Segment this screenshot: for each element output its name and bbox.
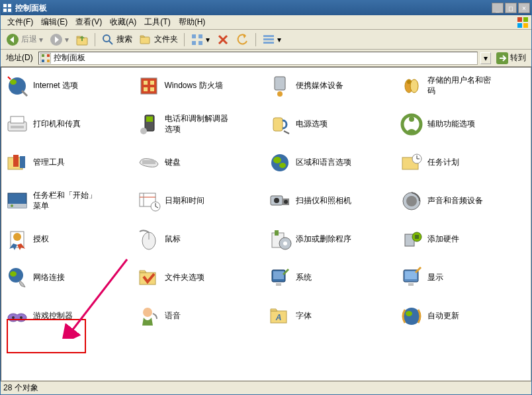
cp-item-icon — [268, 151, 292, 175]
cp-item-label: 字体 — [296, 311, 312, 322]
svg-rect-4 — [8, 9, 11, 12]
svg-rect-8 — [523, 23, 528, 28]
cp-item[interactable]: 打印机和传真 — [4, 111, 134, 138]
cp-item-icon — [137, 189, 161, 213]
cp-item[interactable]: 游戏控制器 — [4, 303, 134, 329]
cp-item-icon — [5, 189, 29, 213]
cp-item[interactable]: 显示 — [398, 265, 529, 291]
cp-item-label: 文件夹选项 — [165, 273, 204, 283]
menu-file[interactable]: 文件(F) — [3, 15, 37, 29]
back-button[interactable]: 后退 ▾ — [3, 32, 46, 48]
cp-item[interactable]: 网络连接 — [4, 265, 134, 291]
svg-rect-98 — [15, 315, 20, 320]
cp-item[interactable]: 便携媒体设备 — [267, 73, 397, 99]
cp-item[interactable]: 添加或删除程序 — [267, 226, 397, 253]
undo-button[interactable] — [234, 32, 252, 48]
cp-item[interactable]: Windows 防火墙 — [136, 73, 266, 99]
icons-button[interactable]: ▾ — [188, 32, 212, 48]
cp-item[interactable]: 自动更新 — [398, 303, 529, 329]
cp-item-label: Internet 选项 — [33, 81, 78, 91]
cp-item-icon — [400, 304, 423, 328]
folder-up-icon — [75, 33, 89, 46]
address-input[interactable]: 控制面板 — [38, 52, 478, 65]
cp-item-label: 任务栏和「开始」菜单 — [33, 191, 99, 211]
delete-button[interactable] — [214, 32, 232, 48]
svg-rect-20 — [263, 38, 274, 40]
cp-item[interactable]: 语音 — [136, 303, 266, 329]
cp-item[interactable]: 存储的用户名和密码 — [398, 73, 529, 99]
items-grid: Internet 选项 Windows 防火墙 便携媒体设备 存储的用户名和密码… — [4, 73, 528, 329]
content-area: Internet 选项 Windows 防火墙 便携媒体设备 存储的用户名和密码… — [1, 67, 531, 381]
cp-item[interactable]: 日期和时间 — [136, 188, 266, 214]
cp-item[interactable]: 扫描仪和照相机 — [267, 188, 397, 214]
svg-rect-83 — [275, 230, 279, 236]
svg-rect-21 — [263, 42, 274, 44]
window-title: 控制面板 — [15, 3, 490, 14]
cp-item[interactable]: 管理工具 — [4, 150, 134, 176]
svg-point-101 — [143, 308, 152, 317]
cp-item[interactable]: 声音和音频设备 — [398, 188, 529, 214]
search-button[interactable]: 搜索 — [99, 32, 135, 48]
menu-bar: 文件(F) 编辑(E) 查看(V) 收藏(A) 工具(T) 帮助(H) — [1, 15, 531, 30]
svg-point-77 — [13, 233, 21, 241]
svg-point-46 — [140, 128, 147, 134]
folders-button[interactable]: 文件夹 — [136, 32, 181, 48]
cp-item-icon — [137, 228, 161, 251]
svg-rect-30 — [141, 78, 157, 94]
forward-button[interactable]: ▾ — [47, 32, 71, 48]
svg-rect-35 — [150, 87, 154, 91]
cp-item-label: 区域和语言选项 — [296, 157, 351, 168]
svg-rect-53 — [142, 160, 155, 164]
svg-point-63 — [11, 204, 13, 207]
address-dropdown[interactable]: ▾ — [480, 52, 491, 64]
cp-item[interactable]: 文件夹选项 — [136, 265, 266, 291]
views-button[interactable]: ▾ — [259, 32, 284, 48]
search-icon — [101, 33, 114, 46]
cp-item-label: 网络连接 — [33, 273, 65, 283]
menu-favorites[interactable]: 收藏(A) — [106, 15, 140, 29]
cp-item-label: 电源选项 — [296, 119, 328, 130]
cp-item[interactable]: 区域和语言选项 — [267, 150, 397, 176]
cp-item-icon — [268, 228, 292, 251]
go-button[interactable]: 转到 — [494, 51, 529, 66]
maximize-button[interactable]: □ — [505, 3, 517, 13]
cp-item[interactable]: 任务计划 — [398, 150, 529, 176]
minimize-button[interactable]: _ — [492, 3, 504, 13]
menu-tools[interactable]: 工具(T) — [140, 15, 174, 29]
separator — [95, 33, 95, 46]
cp-item[interactable]: 辅助功能选项 — [398, 111, 529, 138]
up-button[interactable] — [73, 32, 91, 48]
svg-rect-91 — [273, 271, 284, 279]
cp-item-label: 自动更新 — [427, 311, 459, 322]
cp-item[interactable]: A 字体 — [267, 303, 397, 329]
cp-item[interactable]: 添加硬件 — [398, 226, 529, 253]
cp-item-icon — [137, 112, 161, 136]
menu-help[interactable]: 帮助(H) — [175, 15, 210, 29]
cp-item[interactable]: 任务栏和「开始」菜单 — [4, 188, 134, 214]
cp-item-label: 便携媒体设备 — [296, 81, 343, 91]
close-button[interactable]: × — [518, 3, 530, 13]
cp-item[interactable]: 系统 — [267, 265, 397, 291]
cp-item-icon — [5, 74, 29, 98]
svg-rect-2 — [8, 4, 11, 7]
cp-item-icon — [137, 151, 161, 175]
svg-rect-51 — [13, 155, 19, 167]
svg-point-73 — [284, 200, 288, 204]
svg-line-13 — [109, 41, 112, 44]
status-bar: 28 个对象 — [1, 381, 531, 394]
cp-item[interactable]: 鼠标 — [136, 226, 266, 253]
svg-rect-33 — [150, 81, 154, 85]
svg-rect-14 — [140, 37, 150, 44]
chevron-down-icon: ▾ — [39, 35, 43, 44]
cp-item[interactable]: 授权 — [4, 226, 134, 253]
cp-item[interactable]: Internet 选项 — [4, 73, 134, 99]
title-bar[interactable]: 控制面板 _ □ × — [1, 1, 531, 15]
menu-edit[interactable]: 编辑(E) — [37, 15, 71, 29]
cp-item[interactable]: 电话和调制解调器选项 — [136, 111, 266, 138]
cp-item-label: 打印机和传真 — [33, 119, 81, 130]
address-text: 控制面板 — [54, 52, 85, 64]
menu-view[interactable]: 查看(V) — [71, 15, 106, 29]
cp-item[interactable]: 键盘 — [136, 150, 266, 176]
cp-item[interactable]: 电源选项 — [267, 111, 397, 138]
cp-item-icon — [400, 74, 423, 98]
